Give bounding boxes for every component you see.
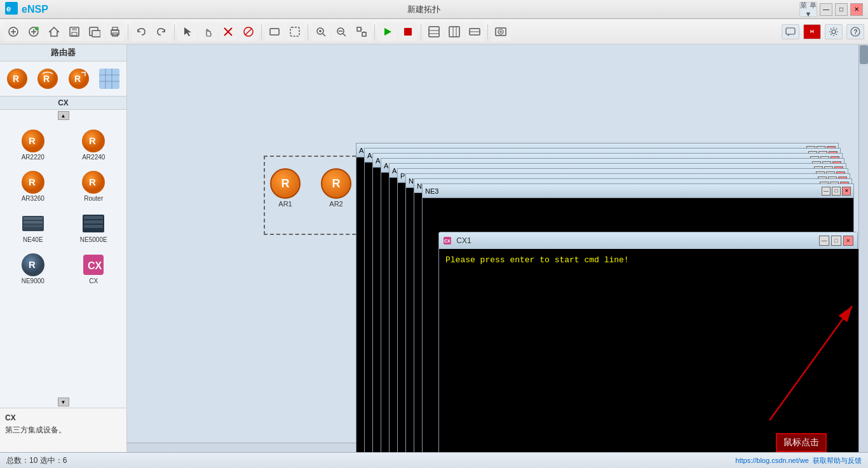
- svg-line-22: [245, 29, 252, 35]
- svg-text:R: R: [29, 177, 36, 187]
- canvas-scrollbar-right[interactable]: [858, 44, 868, 452]
- zoom-out-btn[interactable]: [332, 22, 351, 41]
- select-btn[interactable]: [178, 22, 197, 41]
- svg-rect-11: [72, 27, 77, 30]
- sidebar-device-ne9000[interactable]: R NE9000: [4, 249, 62, 288]
- scroll-down-btn[interactable]: ▼: [58, 398, 69, 406]
- settings-btn[interactable]: [825, 24, 843, 39]
- menu-button[interactable]: 菜 单▼: [799, 2, 817, 17]
- topo-node-ar2[interactable]: R AR2: [321, 168, 351, 208]
- scroll-up-btn[interactable]: ▲: [58, 111, 69, 120]
- print-btn[interactable]: [105, 22, 125, 41]
- sidebar-icon-default[interactable]: R: [3, 64, 32, 93]
- svg-line-30: [343, 34, 346, 36]
- sidebar-icon-grid[interactable]: [95, 64, 124, 93]
- canvas-area[interactable]: R AR1 R AR2 AR3 — □ ✕: [127, 44, 868, 452]
- start-btn[interactable]: [378, 22, 397, 41]
- svg-rect-24: [290, 27, 299, 36]
- sidebar-device-ar3260[interactable]: R AR3260: [4, 166, 62, 205]
- terminal-ne3-max[interactable]: □: [832, 187, 841, 196]
- cx1-close-btn[interactable]: ✕: [843, 236, 853, 246]
- svg-text:R: R: [13, 74, 19, 84]
- no-btn[interactable]: [239, 22, 258, 41]
- delete-btn[interactable]: [219, 22, 238, 41]
- huawei-btn[interactable]: H: [803, 24, 821, 39]
- sidebar-section-router: 路由器: [0, 44, 126, 62]
- minus-btn[interactable]: [465, 22, 484, 41]
- open-btn[interactable]: [24, 22, 43, 41]
- status-bar-right: https://blog.csdn.net/we 获取帮助与反馈: [735, 456, 862, 465]
- undo-btn[interactable]: [132, 22, 151, 41]
- svg-marker-18: [184, 27, 191, 36]
- svg-rect-75: [24, 225, 43, 227]
- status-bar: 总数：10 选中：6 https://blog.csdn.net/we 获取帮助…: [0, 452, 868, 468]
- sidebar-device-ne5000e[interactable]: NE5000E: [65, 208, 123, 246]
- svg-text:R: R: [89, 135, 96, 146]
- svg-text:?: ?: [854, 29, 858, 36]
- main-terminal-cx1[interactable]: CX CX1 — □ ✕ Please press enter to start…: [438, 232, 858, 452]
- svg-text:CX: CX: [88, 260, 102, 271]
- sidebar-devices: R AR2220 R AR2240: [0, 121, 126, 291]
- area-btn[interactable]: [285, 22, 304, 41]
- svg-marker-9: [50, 27, 58, 36]
- svg-rect-79: [84, 225, 103, 228]
- rect-btn[interactable]: [265, 22, 284, 41]
- chat-btn[interactable]: [782, 24, 799, 39]
- svg-rect-37: [404, 28, 412, 36]
- sidebar-device-ar2220[interactable]: R AR2220: [4, 125, 62, 164]
- save-btn[interactable]: [65, 22, 84, 41]
- svg-point-48: [499, 30, 502, 33]
- svg-point-8: [35, 27, 39, 30]
- maximize-button[interactable]: □: [835, 3, 848, 16]
- terminal-ne3-close[interactable]: ✕: [842, 187, 851, 196]
- main-terminal-controls: — □ ✕: [819, 236, 853, 246]
- svg-text:R: R: [29, 135, 36, 146]
- sidebar-device-ne40e[interactable]: NE40E: [4, 208, 62, 246]
- add-btn[interactable]: [4, 22, 23, 41]
- screenshot-btn[interactable]: [491, 22, 510, 41]
- terminal-ne3-min[interactable]: —: [822, 187, 831, 196]
- sidebar-device-cx[interactable]: CX CX: [65, 249, 123, 288]
- help-btn[interactable]: ?: [846, 24, 864, 39]
- scrollbar-thumb-right[interactable]: [860, 45, 868, 64]
- sidebar-info-text: 第三方集成设备。: [5, 425, 121, 436]
- hand-btn[interactable]: [198, 22, 217, 41]
- svg-text:R: R: [43, 74, 50, 84]
- title-bar: e eNSP 新建拓扑 菜 单▼ — □ ✕: [0, 0, 868, 19]
- main-terminal-cx1-label: CX1: [456, 236, 471, 245]
- svg-point-50: [832, 30, 836, 34]
- cx1-max-btn[interactable]: □: [831, 236, 841, 246]
- svg-rect-32: [357, 27, 361, 31]
- topo-node-ar1[interactable]: R AR1: [270, 168, 301, 208]
- svg-marker-36: [384, 28, 391, 36]
- stop-btn[interactable]: [398, 22, 417, 41]
- svg-text:R: R: [29, 259, 36, 270]
- svg-rect-23: [270, 29, 279, 35]
- main-terminal-body[interactable]: Please press enter to start cmd line! 鼠标…: [439, 249, 858, 452]
- window-title: 新建拓扑: [48, 4, 799, 15]
- sidebar-device-ar2240[interactable]: R AR2240: [65, 125, 123, 164]
- cx1-min-btn[interactable]: —: [819, 236, 829, 246]
- main-container: 路由器 R R: [0, 44, 868, 452]
- svg-rect-12: [72, 32, 77, 36]
- svg-rect-78: [84, 220, 103, 224]
- topo-btn[interactable]: [424, 22, 444, 41]
- fit-btn[interactable]: [352, 22, 371, 41]
- annotation-arrow: [439, 249, 858, 452]
- svg-rect-77: [84, 216, 103, 219]
- sidebar-icon-wifi[interactable]: R: [33, 64, 62, 93]
- redo-btn[interactable]: [152, 22, 171, 41]
- save-as-btn[interactable]: [85, 22, 104, 41]
- sidebar-top-icons: R R R: [0, 62, 126, 96]
- zoom-in-btn[interactable]: [311, 22, 330, 41]
- sidebar-scroll-area: R AR2220 R AR2240: [0, 121, 126, 396]
- svg-text:R: R: [74, 74, 81, 84]
- topo2-btn[interactable]: [445, 22, 464, 41]
- home-btn[interactable]: [44, 22, 64, 41]
- sidebar-device-router[interactable]: R Router: [65, 166, 123, 205]
- close-button[interactable]: ✕: [850, 3, 863, 16]
- minimize-button[interactable]: —: [820, 3, 832, 16]
- topo-node-ar2-label: AR2: [329, 200, 342, 208]
- sidebar-section-cx: CX: [0, 96, 126, 110]
- sidebar-icon-4g[interactable]: R: [64, 64, 93, 93]
